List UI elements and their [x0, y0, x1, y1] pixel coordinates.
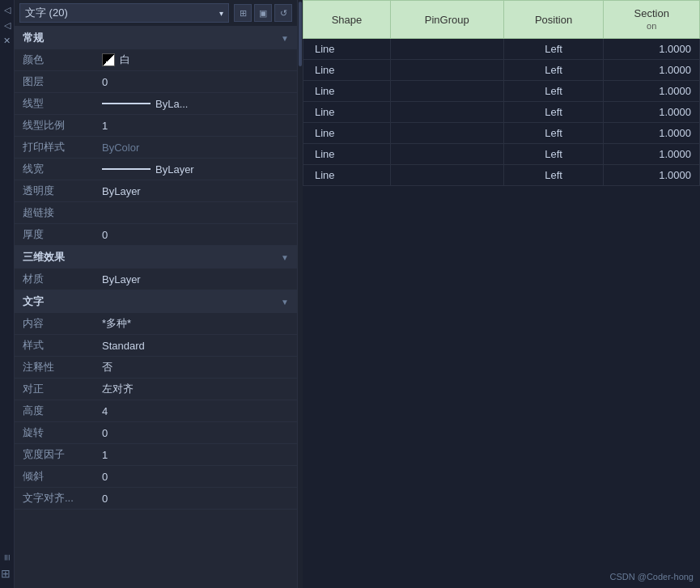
cell-section: 1.0000 [604, 39, 700, 60]
section-general: 常规 ▼ 颜色 白 图层 0 线型 [15, 27, 297, 246]
prop-color-label: 颜色 [15, 49, 95, 70]
prop-hyperlink: 超链接 [15, 202, 297, 224]
prop-print-style-value[interactable]: ByColor [95, 138, 297, 157]
prop-style-label: 样式 [15, 335, 95, 356]
cell-section: 1.0000 [604, 165, 700, 186]
prop-width-factor-label: 宽度因子 [15, 444, 95, 465]
cell-shape: Line [303, 39, 391, 60]
bottom-icon-1[interactable]: ≡ [1, 554, 14, 561]
cell-position: Left [503, 39, 604, 60]
prop-content-value[interactable]: *多种* [95, 313, 297, 334]
prop-hyperlink-value[interactable] [95, 209, 297, 216]
cell-position: Left [503, 102, 604, 123]
cell-section: 1.0000 [604, 102, 700, 123]
dropdown-label: 文字 (20) [25, 6, 68, 20]
prop-layer-label: 图层 [15, 71, 95, 92]
prop-annotation-value[interactable]: 否 [95, 357, 297, 378]
toolbar-btn-1[interactable]: ⊞ [234, 4, 252, 22]
cell-shape: Line [303, 102, 391, 123]
prop-linetype-value[interactable]: ByLa... [95, 95, 297, 113]
table-row[interactable]: Line Left 1.0000 [303, 144, 700, 165]
prop-material-value[interactable]: ByLayer [95, 270, 297, 289]
linewidth-dash [102, 168, 151, 170]
prop-height-label: 高度 [15, 400, 95, 421]
prop-color: 颜色 白 [15, 49, 297, 71]
arrow-icon: ↺ [280, 8, 287, 19]
scrollbar-thumb[interactable] [299, 2, 302, 66]
prop-layer-value[interactable]: 0 [95, 73, 297, 91]
prop-thickness: 厚度 0 [15, 224, 297, 246]
prop-layer: 图层 0 [15, 71, 297, 93]
left-icon-2[interactable]: ◁ [4, 20, 11, 31]
section-general-arrow: ▼ [281, 34, 289, 43]
prop-dropdown[interactable]: 文字 (20) ▾ [19, 3, 229, 23]
cell-shape: Line [303, 165, 391, 186]
left-icon-3[interactable]: ✕ [3, 36, 11, 46]
prop-height-value[interactable]: 4 [95, 402, 297, 421]
prop-print-style: 打印样式 ByColor [15, 137, 297, 159]
cell-position: Left [503, 123, 604, 144]
prop-linetype-label: 线型 [15, 93, 95, 114]
toolbar-icons: ⊞ ▣ ↺ [234, 4, 292, 22]
table-row[interactable]: Line Left 1.0000 [303, 60, 700, 81]
cell-pingroup [390, 102, 503, 123]
cell-section: 1.0000 [604, 81, 700, 102]
prop-justify-value[interactable]: 左对齐 [95, 379, 297, 400]
prop-transparency-value[interactable]: ByLayer [95, 182, 297, 201]
linetype-dash [102, 103, 151, 104]
prop-text-align-value[interactable]: 0 [95, 489, 297, 508]
left-icon-1[interactable]: ◁ [4, 5, 11, 15]
prop-material-label: 材质 [15, 269, 95, 290]
cell-pingroup [390, 123, 503, 144]
cell-position: Left [503, 144, 604, 165]
prop-linetype: 线型 ByLa... [15, 93, 297, 115]
table-row[interactable]: Line Left 1.0000 [303, 39, 700, 60]
prop-hyperlink-label: 超链接 [15, 202, 95, 223]
cell-position: Left [503, 81, 604, 102]
prop-justify: 对正 左对齐 [15, 379, 297, 400]
section-on-badge: on [647, 21, 656, 31]
section-3d-title: 三维效果 [23, 250, 65, 264]
section-3d-header[interactable]: 三维效果 ▼ [15, 246, 297, 269]
cell-section: 1.0000 [604, 123, 700, 144]
properties-panel: 文字 (20) ▾ ⊞ ▣ ↺ 常规 ▼ 颜色 白 [15, 0, 298, 588]
toolbar-btn-3[interactable]: ↺ [274, 4, 292, 22]
plus-square-icon: ⊞ [240, 8, 247, 19]
prop-justify-label: 对正 [15, 379, 95, 400]
prop-width-factor-value[interactable]: 1 [95, 446, 297, 464]
table-row[interactable]: Line Left 1.0000 [303, 165, 700, 186]
prop-color-value[interactable]: 白 [95, 49, 297, 70]
prop-style-value[interactable]: Standard [95, 336, 297, 355]
prop-text-align-label: 文字对齐... [15, 488, 95, 509]
section-general-header[interactable]: 常规 ▼ [15, 27, 297, 49]
section-3d-arrow: ▼ [281, 253, 289, 262]
color-swatch [102, 53, 115, 66]
prop-toolbar: 文字 (20) ▾ ⊞ ▣ ↺ [15, 0, 297, 27]
col-pingroup: PinGroup [390, 1, 503, 39]
prop-linetype-scale: 线型比例 1 [15, 115, 297, 137]
select-icon: ▣ [259, 8, 267, 19]
bottom-icon-2[interactable]: ⊞ [1, 567, 14, 580]
prop-content: 内容 *多种* [15, 313, 297, 335]
prop-rotation-value[interactable]: 0 [95, 424, 297, 442]
prop-thickness-value[interactable]: 0 [95, 226, 297, 244]
cell-pingroup [390, 81, 503, 102]
prop-transparency: 透明度 ByLayer [15, 180, 297, 202]
prop-linetype-scale-value[interactable]: 1 [95, 116, 297, 135]
prop-rotation: 旋转 0 [15, 422, 297, 444]
prop-oblique-label: 倾斜 [15, 466, 95, 487]
table-row[interactable]: Line Left 1.0000 [303, 81, 700, 102]
data-table: Shape PinGroup Position Section on Line … [303, 0, 700, 186]
prop-oblique-value[interactable]: 0 [95, 467, 297, 486]
table-row[interactable]: Line Left 1.0000 [303, 123, 700, 144]
section-text-header[interactable]: 文字 ▼ [15, 290, 297, 313]
cell-position: Left [503, 60, 604, 81]
right-panel: Shape PinGroup Position Section on Line … [303, 0, 700, 588]
table-row[interactable]: Line Left 1.0000 [303, 102, 700, 123]
col-position: Position [503, 1, 604, 39]
prop-linewidth-value[interactable]: ByLayer [95, 160, 297, 179]
cell-shape: Line [303, 144, 391, 165]
cell-pingroup [390, 165, 503, 186]
toolbar-btn-2[interactable]: ▣ [254, 4, 272, 22]
cell-position: Left [503, 165, 604, 186]
